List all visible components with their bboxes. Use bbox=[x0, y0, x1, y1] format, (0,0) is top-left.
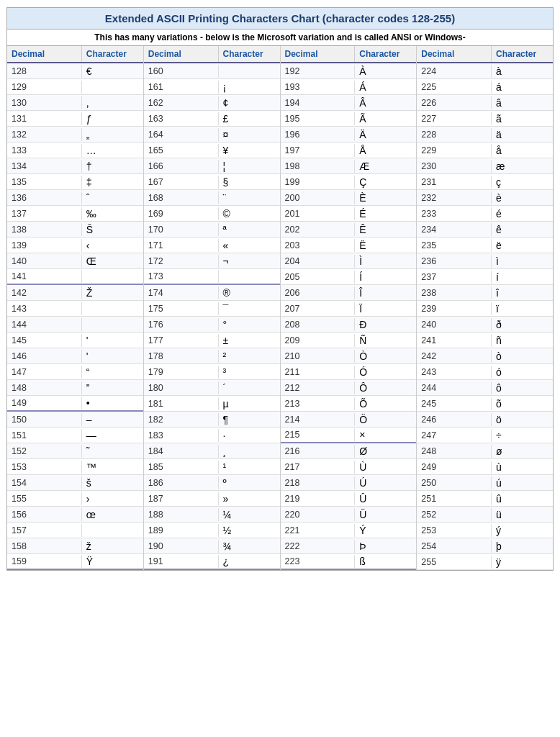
page-subtitle: This has many variations - below is the … bbox=[7, 30, 553, 46]
cell-decimal: 213 bbox=[281, 397, 356, 410]
cell-char: ¼ bbox=[219, 507, 280, 522]
cell-decimal: 235 bbox=[417, 239, 492, 252]
cell-decimal: 179 bbox=[144, 366, 219, 379]
table-row: 178² bbox=[144, 348, 280, 364]
cell-char: á bbox=[492, 80, 553, 94]
cell-char: ¯ bbox=[219, 302, 280, 316]
table-row: 161¡ bbox=[144, 79, 280, 95]
cell-char: ‹ bbox=[82, 238, 143, 253]
cell-char: ¸ bbox=[219, 444, 280, 458]
table-row: 250ú bbox=[417, 475, 553, 491]
cell-decimal: 167 bbox=[144, 176, 219, 189]
table-row: 255ÿ bbox=[417, 554, 553, 570]
cell-decimal: 199 bbox=[281, 176, 356, 189]
cell-decimal: 230 bbox=[417, 160, 492, 173]
cell-decimal: 189 bbox=[144, 524, 219, 537]
col-header-decimal-2: Decimal bbox=[281, 46, 356, 62]
cell-decimal: 248 bbox=[417, 445, 492, 458]
cell-decimal: 176 bbox=[144, 318, 219, 331]
cell-decimal: 203 bbox=[281, 239, 356, 252]
cell-decimal: 182 bbox=[144, 413, 219, 426]
table-row: 236ì bbox=[417, 253, 553, 269]
cell-char: º bbox=[219, 476, 280, 490]
cell-decimal: 208 bbox=[281, 318, 356, 331]
cell-decimal: 242 bbox=[417, 350, 492, 363]
cell-char: Ã bbox=[355, 112, 416, 126]
cell-char: ö bbox=[492, 412, 553, 427]
cell-decimal: 211 bbox=[281, 366, 356, 379]
table-row: 232è bbox=[417, 190, 553, 206]
table-row: 172¬ bbox=[144, 253, 280, 269]
table-row: 233é bbox=[417, 206, 553, 222]
table-row: 223ß bbox=[281, 554, 417, 570]
cell-decimal: 250 bbox=[417, 476, 492, 489]
cell-decimal: 223 bbox=[281, 555, 356, 568]
cell-char: ° bbox=[219, 317, 280, 332]
cell-char: Ž bbox=[82, 286, 143, 300]
cell-char: … bbox=[82, 143, 143, 158]
cell-char: ¡ bbox=[219, 80, 280, 94]
table-row: 146' bbox=[7, 348, 143, 364]
cell-decimal: 247 bbox=[417, 429, 492, 442]
table-row: 219Û bbox=[281, 491, 417, 507]
cell-decimal: 200 bbox=[281, 191, 356, 204]
table-row: 218Ú bbox=[281, 475, 417, 491]
table-row: 188¼ bbox=[144, 507, 280, 523]
table-row: 193Á bbox=[281, 79, 417, 95]
col-header-0: DecimalCharacter bbox=[7, 46, 143, 63]
cell-decimal: 130 bbox=[7, 96, 82, 109]
cell-decimal: 152 bbox=[7, 445, 82, 458]
table-row: 135‡ bbox=[7, 174, 143, 190]
table-row: 138Š bbox=[7, 222, 143, 238]
cell-decimal: 148 bbox=[7, 381, 82, 394]
cell-char: ½ bbox=[219, 523, 280, 538]
cell-decimal: 136 bbox=[7, 191, 82, 204]
table-row: 153™ bbox=[7, 459, 143, 475]
cell-char: • bbox=[82, 396, 143, 410]
cell-char: ´ bbox=[219, 381, 280, 395]
col-header-1: DecimalCharacter bbox=[144, 46, 280, 63]
cell-char: Ç bbox=[355, 175, 416, 189]
cell-char: › bbox=[82, 492, 143, 506]
cell-decimal: 155 bbox=[7, 492, 82, 505]
table-row: 168¨ bbox=[144, 190, 280, 206]
cell-decimal: 229 bbox=[417, 144, 492, 157]
cell-char: ç bbox=[492, 175, 553, 189]
cell-char: â bbox=[492, 96, 553, 110]
cell-decimal: 249 bbox=[417, 461, 492, 474]
cell-char: Ë bbox=[355, 238, 416, 253]
table-row: 211Ó bbox=[281, 364, 417, 380]
column-1: DecimalCharacter160161¡162¢163£164¤165¥1… bbox=[144, 46, 281, 570]
cell-char: ¾ bbox=[219, 539, 280, 553]
cell-char: Ü bbox=[355, 507, 416, 522]
table-row: 134† bbox=[7, 158, 143, 174]
table-row: 196Ä bbox=[281, 127, 417, 143]
cell-decimal: 218 bbox=[281, 476, 356, 489]
table-row: 156œ bbox=[7, 507, 143, 523]
cell-decimal: 163 bbox=[144, 112, 219, 125]
table-row: 215× bbox=[281, 428, 417, 443]
cell-char: Ø bbox=[355, 444, 416, 458]
table-row: 182¶ bbox=[144, 412, 280, 428]
table-row: 251û bbox=[417, 491, 553, 507]
cell-char: Ó bbox=[355, 365, 416, 379]
table-row: 136ˆ bbox=[7, 190, 143, 206]
table-row: 159Ÿ bbox=[7, 554, 143, 570]
table-row: 209Ñ bbox=[281, 333, 417, 348]
cell-decimal: 191 bbox=[144, 555, 219, 568]
cell-char: ë bbox=[492, 238, 553, 253]
cell-decimal: 161 bbox=[144, 81, 219, 94]
cell-char: õ bbox=[492, 397, 553, 411]
cell-char bbox=[82, 323, 143, 326]
table-row: 142Ž bbox=[7, 285, 143, 301]
table-row: 152˜ bbox=[7, 443, 143, 459]
cell-char: ã bbox=[492, 112, 553, 126]
cell-decimal: 209 bbox=[281, 334, 356, 347]
cell-decimal: 240 bbox=[417, 318, 492, 331]
col-header-decimal-1: Decimal bbox=[144, 46, 219, 62]
column-3: DecimalCharacter224à225á226â227ã228ä229å… bbox=[417, 46, 553, 570]
cell-decimal: 138 bbox=[7, 223, 82, 236]
table-row: 239ï bbox=[417, 301, 553, 317]
cell-char: Í bbox=[355, 270, 416, 284]
table-row: 231ç bbox=[417, 174, 553, 190]
